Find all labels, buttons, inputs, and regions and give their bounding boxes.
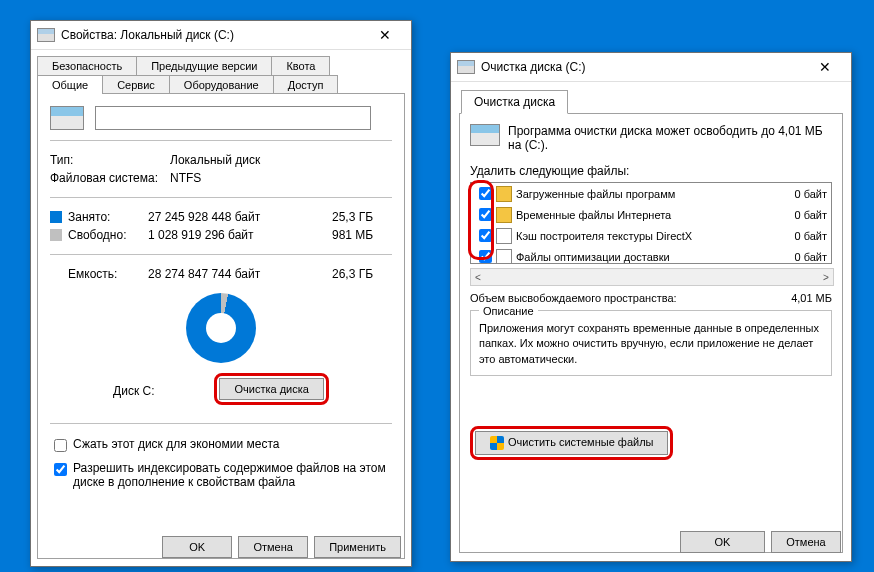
file-size: 0 байт bbox=[757, 188, 827, 200]
highlight-annotation: Очистить системные файлы bbox=[470, 426, 673, 460]
file-checkbox[interactable] bbox=[479, 250, 492, 263]
index-checkbox[interactable] bbox=[54, 463, 67, 476]
tab-hardware[interactable]: Оборудование bbox=[169, 75, 274, 94]
shield-icon bbox=[490, 436, 504, 450]
tab-strip: Безопасность Предыдущие версии Квота Общ… bbox=[31, 50, 411, 94]
used-color-icon bbox=[50, 211, 62, 223]
tab-previous-versions[interactable]: Предыдущие версии bbox=[136, 56, 272, 75]
titlebar[interactable]: Свойства: Локальный диск (C:) ✕ bbox=[31, 21, 411, 50]
ok-button[interactable]: OK bbox=[162, 536, 232, 558]
properties-window: Свойства: Локальный диск (C:) ✕ Безопасн… bbox=[30, 20, 412, 567]
folder-icon bbox=[496, 207, 512, 223]
capacity-gb: 26,3 ГБ bbox=[332, 267, 392, 281]
used-label: Занято: bbox=[68, 210, 148, 224]
scroll-right-icon[interactable]: > bbox=[819, 272, 833, 283]
tab-general[interactable]: Общие bbox=[37, 75, 103, 94]
tab-security[interactable]: Безопасность bbox=[37, 56, 137, 75]
window-title: Очистка диска (C:) bbox=[481, 60, 805, 74]
delete-files-label: Удалить следующие файлы: bbox=[470, 164, 832, 178]
ok-button[interactable]: OK bbox=[680, 531, 765, 553]
used-bytes: 27 245 928 448 байт bbox=[148, 210, 332, 224]
compress-label: Сжать этот диск для экономии места bbox=[73, 437, 279, 451]
file-size: 0 байт bbox=[757, 230, 827, 242]
cancel-button[interactable]: Отмена bbox=[238, 536, 308, 558]
fs-value: NTFS bbox=[170, 171, 392, 185]
horizontal-scrollbar[interactable]: < > bbox=[470, 268, 834, 286]
highlight-annotation: Очистка диска bbox=[214, 373, 328, 405]
free-bytes: 1 028 919 296 байт bbox=[148, 228, 332, 242]
close-icon[interactable]: ✕ bbox=[805, 54, 845, 80]
tab-quota[interactable]: Квота bbox=[271, 56, 330, 75]
file-row[interactable]: Загруженные файлы программ 0 байт bbox=[471, 183, 831, 204]
drive-icon bbox=[50, 106, 84, 130]
tab-cleanup[interactable]: Очистка диска bbox=[461, 90, 568, 114]
usage-pie-chart bbox=[186, 293, 256, 363]
titlebar[interactable]: Очистка диска (C:) ✕ bbox=[451, 53, 851, 82]
file-row[interactable]: Кэш построителя текстуры DirectX 0 байт bbox=[471, 225, 831, 246]
dialog-buttons: OK Отмена Применить bbox=[162, 536, 401, 558]
free-label: Свободно: bbox=[68, 228, 148, 242]
used-gb: 25,3 ГБ bbox=[332, 210, 392, 224]
scroll-left-icon[interactable]: < bbox=[471, 272, 485, 283]
folder-icon bbox=[496, 186, 512, 202]
free-gb: 981 МБ bbox=[332, 228, 392, 242]
page-icon bbox=[496, 249, 512, 265]
compress-checkbox[interactable] bbox=[54, 439, 67, 452]
description-text: Приложения могут сохранять временные дан… bbox=[479, 321, 823, 367]
cleanup-window: Очистка диска (C:) ✕ Очистка диска Прогр… bbox=[450, 52, 852, 562]
type-label: Тип: bbox=[50, 153, 170, 167]
file-checkbox[interactable] bbox=[479, 187, 492, 200]
file-name: Кэш построителя текстуры DirectX bbox=[516, 230, 757, 242]
description-title: Описание bbox=[479, 305, 538, 317]
file-name: Временные файлы Интернета bbox=[516, 209, 757, 221]
file-checkbox[interactable] bbox=[479, 229, 492, 242]
clean-system-files-button[interactable]: Очистить системные файлы bbox=[475, 431, 668, 455]
file-row[interactable]: Временные файлы Интернета 0 байт bbox=[471, 204, 831, 225]
capacity-bytes: 28 274 847 744 байт bbox=[148, 267, 332, 281]
cleanup-icon bbox=[457, 60, 475, 74]
page-icon bbox=[496, 228, 512, 244]
capacity-label: Емкость: bbox=[68, 267, 148, 281]
disk-cleanup-button[interactable]: Очистка диска bbox=[219, 378, 323, 400]
dialog-buttons: OK Отмена bbox=[680, 531, 841, 553]
close-icon[interactable]: ✕ bbox=[365, 22, 405, 48]
file-row[interactable]: Файлы оптимизации доставки 0 байт bbox=[471, 246, 831, 264]
tab-service[interactable]: Сервис bbox=[102, 75, 170, 94]
window-title: Свойства: Локальный диск (C:) bbox=[61, 28, 365, 42]
fs-label: Файловая система: bbox=[50, 171, 170, 185]
clean-system-files-label: Очистить системные файлы bbox=[508, 436, 653, 448]
cleanup-intro: Программа очистки диска может освободить… bbox=[508, 124, 832, 152]
tab-access[interactable]: Доступ bbox=[273, 75, 339, 94]
drive-icon bbox=[37, 28, 55, 42]
total-value: 4,01 МБ bbox=[791, 292, 832, 304]
file-name: Файлы оптимизации доставки bbox=[516, 251, 757, 263]
drive-icon bbox=[470, 124, 500, 146]
apply-button[interactable]: Применить bbox=[314, 536, 401, 558]
cleanup-content: Программа очистки диска может освободить… bbox=[459, 113, 843, 553]
file-list[interactable]: Загруженные файлы программ 0 байт Времен… bbox=[470, 182, 832, 264]
type-value: Локальный диск bbox=[170, 153, 392, 167]
file-size: 0 байт bbox=[757, 209, 827, 221]
tab-content-general: Тип: Локальный диск Файловая система: NT… bbox=[37, 93, 405, 559]
cancel-button[interactable]: Отмена bbox=[771, 531, 841, 553]
file-size: 0 байт bbox=[757, 251, 827, 263]
file-checkbox[interactable] bbox=[479, 208, 492, 221]
index-label: Разрешить индексировать содержимое файло… bbox=[73, 461, 392, 489]
total-label: Объем высвобождаемого пространства: bbox=[470, 292, 677, 304]
free-color-icon bbox=[50, 229, 62, 241]
disk-label: Диск C: bbox=[113, 384, 154, 398]
drive-label-input[interactable] bbox=[95, 106, 371, 130]
file-name: Загруженные файлы программ bbox=[516, 188, 757, 200]
description-group: Описание Приложения могут сохранять врем… bbox=[470, 310, 832, 376]
